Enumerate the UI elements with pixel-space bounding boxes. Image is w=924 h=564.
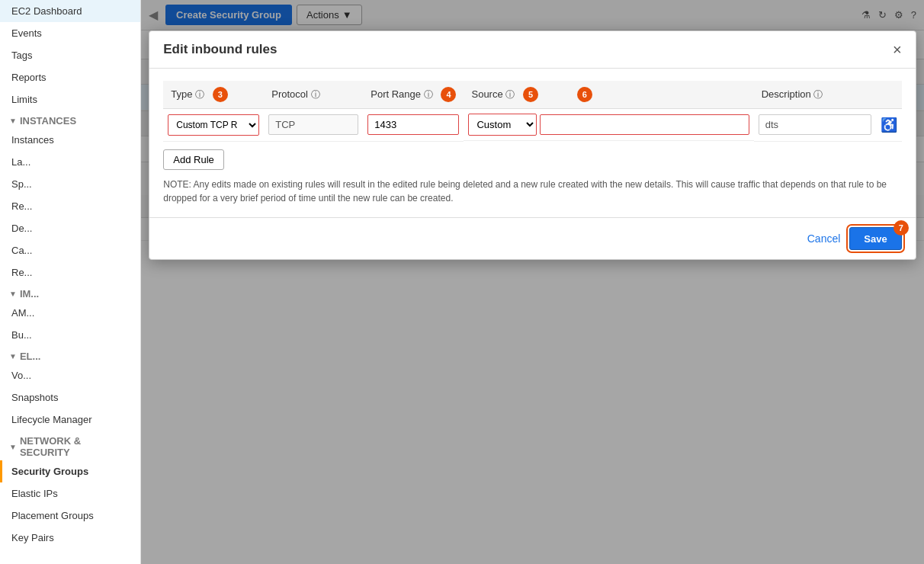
rule-type-cell: Custom TCP R <box>163 109 264 142</box>
chevron-down-icon: ▼ <box>9 443 17 451</box>
rule-description-input[interactable] <box>759 114 871 135</box>
sidebar-item-lifecycle[interactable]: Lifecycle Manager <box>0 409 140 431</box>
col-protocol-header: Protocol ⓘ <box>264 81 363 109</box>
info-icon[interactable]: ⓘ <box>195 89 204 100</box>
modal-title: Edit inbound rules <box>163 42 277 57</box>
sidebar-section-ebs: ▼ EL... <box>0 346 140 364</box>
sidebar-item-elastic-ips[interactable]: Elastic IPs <box>0 482 140 505</box>
sidebar-item-reports[interactable]: Reports <box>0 66 140 88</box>
sidebar-item-tags[interactable]: Tags <box>0 44 140 66</box>
sidebar-item-dedicated[interactable]: De... <box>0 217 140 239</box>
info-icon[interactable]: ⓘ <box>813 89 823 100</box>
rule-source-cell: Custom <box>464 109 753 141</box>
sidebar-item-key-pairs[interactable]: Key Pairs <box>0 527 140 549</box>
sidebar-item-reserved2[interactable]: Re... <box>0 261 140 284</box>
save-button[interactable]: Save 7 <box>849 227 901 250</box>
sidebar-section-instances: ▼ INSTANCES <box>0 111 140 129</box>
rule-row: Custom TCP R Custom <box>163 109 901 142</box>
sidebar-section-images: ▼ IM... <box>0 284 140 302</box>
add-rule-button[interactable]: Add Rule <box>163 149 223 170</box>
rule-protocol-cell <box>264 109 363 142</box>
step-4-badge: 4 <box>441 87 456 102</box>
modal-footer: Cancel Save 7 <box>149 217 915 259</box>
chevron-down-icon: ▼ <box>9 352 17 361</box>
rule-description-cell <box>754 109 876 142</box>
step-5-badge: 5 <box>523 87 538 102</box>
col-port-header: Port Range ⓘ 4 <box>363 81 464 109</box>
step-3-badge: 3 <box>213 87 228 102</box>
info-icon[interactable]: ⓘ <box>505 89 515 100</box>
sidebar-item-events[interactable]: Events <box>0 22 140 44</box>
sidebar-item-amis[interactable]: AM... <box>0 302 140 324</box>
col-type-header: Type ⓘ 3 <box>163 81 264 109</box>
sidebar-item-ec2-dashboard[interactable]: EC2 Dashboard <box>0 0 140 22</box>
rule-port-input[interactable] <box>367 114 459 135</box>
rule-port-cell <box>363 109 464 142</box>
rule-source-value-input[interactable] <box>540 114 749 135</box>
step-6-badge: 6 <box>577 87 592 102</box>
step-7-badge: 7 <box>894 220 909 236</box>
chevron-down-icon: ▼ <box>9 290 17 298</box>
remove-rule-button[interactable]: ♿ <box>881 117 897 133</box>
sidebar-section-network-security: ▼ NETWORK & SECURITY <box>0 431 140 460</box>
rule-protocol-input <box>268 114 358 135</box>
main-content: ◀ Create Security Group Actions ▼ ⚗ ↻ ⚙ … <box>141 0 924 564</box>
edit-inbound-rules-modal: Edit inbound rules × Type ⓘ 3 Protocol ⓘ <box>149 30 916 260</box>
rule-type-select[interactable]: Custom TCP R <box>168 114 259 136</box>
sidebar-item-spot-requests[interactable]: Sp... <box>0 173 140 195</box>
modal-note: NOTE: Any edits made on existing rules w… <box>163 178 901 205</box>
modal-overlay: Edit inbound rules × Type ⓘ 3 Protocol ⓘ <box>141 0 924 564</box>
rule-table: Type ⓘ 3 Protocol ⓘ Port Range ⓘ 4 <box>163 81 901 142</box>
sidebar-item-limits[interactable]: Limits <box>0 88 140 111</box>
sidebar-item-security-groups[interactable]: Security Groups <box>0 460 140 482</box>
sidebar-item-launch-templates[interactable]: La... <box>0 151 140 173</box>
rule-remove-cell: ♿ <box>876 109 902 142</box>
info-icon[interactable]: ⓘ <box>424 89 433 100</box>
sidebar-item-capacity[interactable]: Ca... <box>0 239 140 261</box>
sidebar-item-placement-groups[interactable]: Placement Groups <box>0 505 140 527</box>
modal-body: Type ⓘ 3 Protocol ⓘ Port Range ⓘ 4 <box>149 69 915 217</box>
modal-header: Edit inbound rules × <box>149 31 915 69</box>
sidebar-item-instances[interactable]: Instances <box>0 129 140 151</box>
chevron-down-icon: ▼ <box>9 117 17 125</box>
rule-source-select[interactable]: Custom <box>468 114 537 136</box>
cancel-button[interactable]: Cancel <box>807 232 841 245</box>
sidebar-item-volumes[interactable]: Vo... <box>0 364 140 386</box>
info-icon[interactable]: ⓘ <box>311 89 320 100</box>
col-description-header: Description ⓘ <box>754 81 876 109</box>
sidebar-item-bundle[interactable]: Bu... <box>0 324 140 346</box>
sidebar: EC2 Dashboard Events Tags Reports Limits… <box>0 0 141 564</box>
modal-close-button[interactable]: × <box>893 42 902 57</box>
sidebar-item-snapshots[interactable]: Snapshots <box>0 386 140 409</box>
sidebar-item-reserved[interactable]: Re... <box>0 195 140 217</box>
col-source-header: Source ⓘ 5 6 <box>464 81 753 109</box>
